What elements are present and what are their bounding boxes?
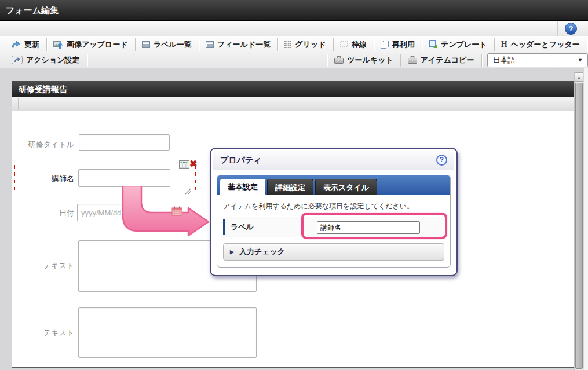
action-arrow-icon xyxy=(12,56,23,64)
text-area-2[interactable] xyxy=(78,307,257,358)
divider xyxy=(400,54,401,67)
scroll-up-arrow-icon[interactable]: ▲ xyxy=(575,72,583,82)
divider xyxy=(557,21,558,36)
form-sub-strip xyxy=(12,97,577,111)
instructor-name-input[interactable] xyxy=(78,169,170,187)
frame-border-button-label: 枠線 xyxy=(352,39,367,50)
divider xyxy=(87,54,87,67)
row-accent-bar xyxy=(223,219,225,235)
field-label-training-title: 研修タイトル xyxy=(16,140,74,150)
field-list-button-label: フィールド一覧 xyxy=(217,39,271,50)
language-select-value: 日本語 xyxy=(492,55,515,65)
dialog-description: アイテムを利用するために必要な項目を設定してください。 xyxy=(223,202,444,211)
update-button[interactable]: 更新 xyxy=(6,37,45,52)
reuse-button[interactable]: 再利用 xyxy=(375,37,421,52)
briefcase-icon xyxy=(408,56,417,64)
template-square-icon xyxy=(429,40,437,49)
field-label-instructor-name: 講師名 xyxy=(16,174,74,184)
list-icon xyxy=(142,41,150,48)
divider xyxy=(18,98,19,110)
vertical-scrollbar[interactable]: ▲ xyxy=(574,72,583,370)
table-settings-icon[interactable] xyxy=(179,160,189,171)
help-icon[interactable]: ? xyxy=(565,23,577,35)
chevron-down-icon: ▼ xyxy=(578,57,583,63)
toolbar-row-1: 更新 画像アップロード ラベル一覧 フィールド一覧 xyxy=(0,36,588,52)
divider xyxy=(481,54,482,67)
form-title-bar: 研修受講報告 xyxy=(12,81,577,97)
image-upload-button-label: 画像アップロード xyxy=(67,39,128,50)
item-copy-button[interactable]: アイテムコピー xyxy=(402,53,480,67)
image-upload-icon xyxy=(53,41,63,49)
grid-button-label: グリッド xyxy=(295,39,326,50)
window-title: フォーム編集 xyxy=(0,0,588,21)
item-copy-button-label: アイテムコピー xyxy=(421,55,474,65)
template-button[interactable]: テンプレート xyxy=(423,37,493,52)
tab-display-style[interactable]: 表示スタイル xyxy=(315,179,377,195)
template-button-label: テンプレート xyxy=(441,39,487,50)
input-check-accordion[interactable]: ▶ 入力チェック xyxy=(223,243,444,261)
field-label-text-2: テキスト xyxy=(16,328,74,338)
toolbar: 更新 画像アップロード ラベル一覧 フィールド一覧 xyxy=(0,36,588,68)
document-copy-icon xyxy=(381,41,389,49)
briefcase-icon xyxy=(334,56,344,64)
dialog-title-bar: プロパティ ? xyxy=(213,151,454,170)
action-settings-button-label: アクション設定 xyxy=(26,55,80,65)
header-footer-button-label: ヘッダーとフッター xyxy=(511,39,580,50)
toolkit-button-label: ツールキット xyxy=(347,55,393,65)
dialog-tab-panel: 基本設定 詳細設定 表示スタイル アイテムを利用するために必要な項目を設定してく… xyxy=(217,175,451,268)
scrollbar-thumb[interactable] xyxy=(575,83,583,369)
tab-detail-settings[interactable]: 詳細設定 xyxy=(267,179,313,195)
toolbar-row-2: アクション設定 ツールキット アイテムコピー 日本語 ▼ xyxy=(0,52,588,68)
dialog-title: プロパティ xyxy=(220,155,262,166)
dashed-box-icon xyxy=(340,41,348,47)
field-list-button[interactable]: フィールド一覧 xyxy=(200,37,276,52)
accordion-arrow-icon: ▶ xyxy=(230,249,234,255)
reuse-button-label: 再利用 xyxy=(392,39,415,50)
dialog-tab-bar: 基本設定 詳細設定 表示スタイル xyxy=(217,175,450,195)
grid-button[interactable]: グリッド xyxy=(279,37,331,52)
training-title-input[interactable] xyxy=(79,134,170,151)
delete-item-icon[interactable]: ✖ xyxy=(189,159,197,169)
grid-dots-icon xyxy=(284,41,291,48)
input-check-accordion-label: 入力チェック xyxy=(239,247,285,257)
field-label-date: 日付 xyxy=(16,208,74,218)
dialog-help-icon[interactable]: ? xyxy=(436,155,447,166)
label-property-name: ラベル xyxy=(231,222,254,232)
tab-basic-settings[interactable]: 基本設定 xyxy=(220,179,265,195)
list-icon xyxy=(206,41,214,48)
letter-h-icon: H xyxy=(501,40,507,49)
language-select[interactable]: 日本語 ▼ xyxy=(487,53,588,67)
property-dialog: プロパティ ? 基本設定 詳細設定 表示スタイル アイテムを利用するために必要な… xyxy=(210,148,458,276)
update-button-label: 更新 xyxy=(24,39,39,50)
refresh-arrow-icon xyxy=(12,41,21,48)
label-value-input[interactable] xyxy=(317,221,420,234)
calendar-icon[interactable] xyxy=(171,206,182,218)
label-list-button-label: ラベル一覧 xyxy=(154,39,192,50)
frame-border-button[interactable]: 枠線 xyxy=(334,37,372,52)
label-list-button[interactable]: ラベル一覧 xyxy=(136,37,198,52)
date-input[interactable] xyxy=(77,204,143,221)
field-label-text-1: テキスト xyxy=(16,261,74,271)
label-property-row: ラベル xyxy=(223,217,444,237)
divider xyxy=(327,54,327,67)
header-footer-button[interactable]: H ヘッダーとフッター xyxy=(495,37,586,52)
image-upload-button[interactable]: 画像アップロード xyxy=(48,37,134,52)
resize-handle-icon[interactable] xyxy=(185,186,191,197)
toolkit-button[interactable]: ツールキット xyxy=(328,53,399,67)
sub-toolbar: ? xyxy=(0,21,588,36)
right-strip xyxy=(584,68,588,370)
action-settings-button[interactable]: アクション設定 xyxy=(6,53,86,67)
